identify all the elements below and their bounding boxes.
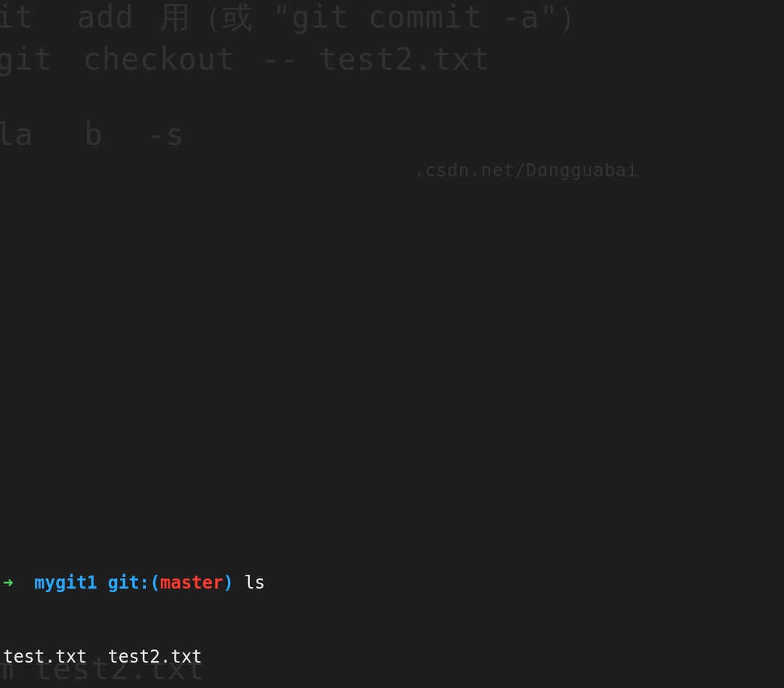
ls-output: test.txt test2.txt bbox=[3, 644, 784, 669]
ghost-text: -s bbox=[147, 113, 185, 157]
ghost-text: checkout bbox=[83, 38, 235, 81]
terminal[interactable]: it add 用（或 "git commit -a"） git checkout… bbox=[0, 0, 784, 688]
prompt-close: ) bbox=[223, 573, 233, 593]
prompt-line[interactable]: ➜ mygit1 git:(master) ls bbox=[3, 570, 784, 595]
ghost-text: it bbox=[0, 0, 34, 39]
prompt-branch: master bbox=[160, 573, 224, 593]
ghost-text: -- test2.txt bbox=[261, 38, 490, 81]
prompt-dir: mygit1 bbox=[34, 573, 97, 593]
cmd-ls: ls bbox=[244, 573, 265, 593]
ghost-watermark-side: .csdn.net/Dongguabai bbox=[414, 158, 638, 183]
prompt-git: git:( bbox=[108, 573, 160, 593]
ghost-text: la bbox=[0, 113, 34, 157]
ghost-text: 用（或 "git commit -a"） bbox=[160, 0, 590, 39]
ghost-text: git bbox=[0, 38, 53, 81]
ghost-text: b bbox=[84, 113, 103, 157]
prompt-arrow-icon: ➜ bbox=[3, 573, 24, 593]
ghost-text: add bbox=[77, 0, 134, 39]
